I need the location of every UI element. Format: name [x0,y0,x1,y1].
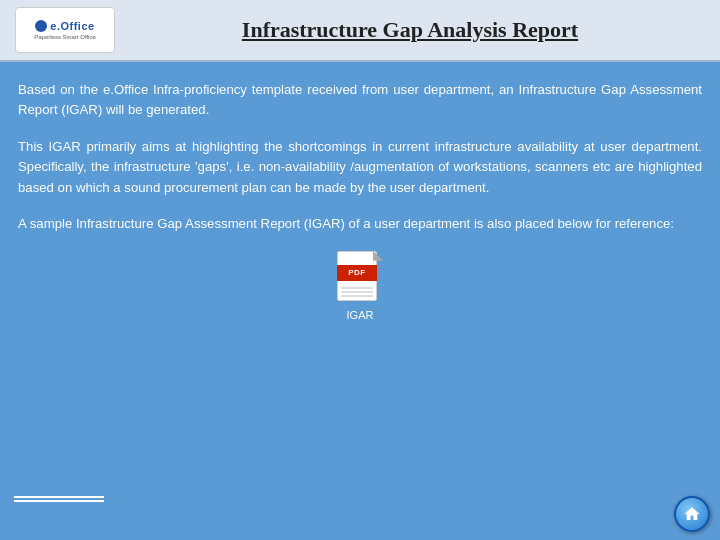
paragraph-2: This IGAR primarily aims at highlighting… [18,137,702,198]
pdf-section: PDF IGAR [320,251,400,321]
page-title: Infrastructure Gap Analysis Report [120,17,710,43]
paragraph-3: A sample Infrastructure Gap Assessment R… [18,214,702,234]
pdf-label: PDF [348,268,366,277]
logo-circle: e [35,20,47,32]
pdf-red-bar: PDF [337,265,377,281]
home-button[interactable] [674,496,710,532]
pdf-icon[interactable]: PDF [337,251,383,305]
paragraph-1: Based on the e.Office Infra-proficiency … [18,80,702,121]
home-icon [683,505,701,523]
main-container: e e.Office Paperless Smart Office Infras… [0,0,720,540]
pdf-line-3 [341,295,373,297]
logo-e-letter: e [39,21,44,31]
content-box: Based on the e.Office Infra-proficiency … [18,76,702,325]
footer-underline-area [14,496,104,504]
logo-area: e e.Office Paperless Smart Office [10,5,120,55]
footer-line-2 [14,500,104,502]
pdf-icon-fold [373,251,383,261]
footer-line-1 [14,496,104,498]
logo-tagline: Paperless Smart Office [34,34,96,40]
pdf-line-2 [341,291,373,293]
logo-box: e e.Office Paperless Smart Office [15,7,115,53]
pdf-lines [341,287,373,299]
logo-office-text: e.Office [50,20,94,32]
header: e e.Office Paperless Smart Office Infras… [0,0,720,62]
pdf-line-1 [341,287,373,289]
pdf-filename: IGAR [347,309,374,321]
content-area: Based on the e.Office Infra-proficiency … [0,62,720,502]
logo-top: e e.Office [35,20,94,32]
